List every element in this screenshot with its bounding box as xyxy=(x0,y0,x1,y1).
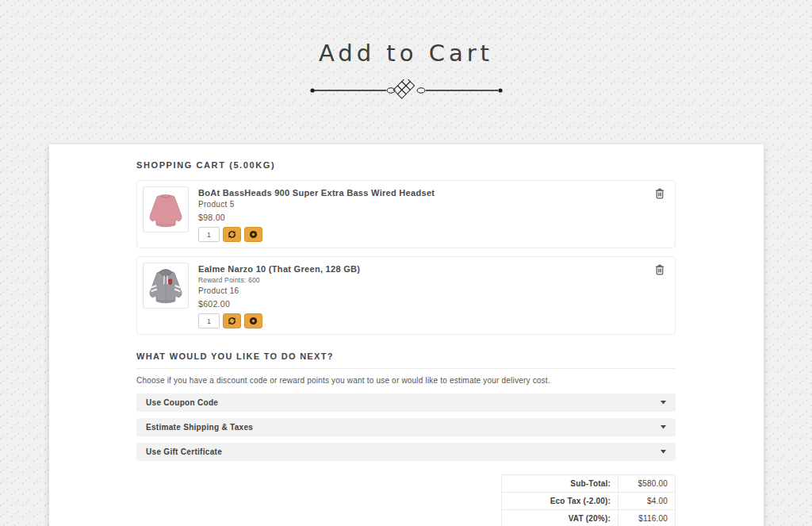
accordion-use-coupon-code[interactable]: Use Coupon Code xyxy=(136,394,676,412)
shopping-cart-heading: SHOPPING CART (5.00KG) xyxy=(136,160,676,170)
accordion-use-gift-certificate[interactable]: Use Gift Certificate xyxy=(136,443,676,461)
product-thumbnail[interactable] xyxy=(143,186,189,232)
order-totals-table: Sub-Total: $580.00 Eco Tax (-2.00): $4.0… xyxy=(501,474,676,526)
table-row: Sub-Total: $580.00 xyxy=(502,475,676,493)
product-reward-points: Reward Points: 600 xyxy=(198,276,360,284)
table-row: VAT (20%): $116.00 xyxy=(502,510,676,526)
trash-icon xyxy=(655,188,665,199)
accordion-estimate-shipping[interactable]: Estimate Shipping & Taxes xyxy=(136,418,676,436)
accordion-label: Use Gift Certificate xyxy=(146,447,222,456)
trash-icon xyxy=(655,264,665,275)
cart-item-row: Ealme Narzo 10 (That Green, 128 GB) Rewa… xyxy=(136,256,676,335)
divider-ornament-icon xyxy=(309,79,504,106)
update-quantity-button[interactable] xyxy=(223,313,241,328)
total-value: $580.00 xyxy=(619,475,676,493)
quantity-input[interactable] xyxy=(198,313,220,328)
next-section-heading: WHAT WOULD YOU LIKE TO DO NEXT? xyxy=(136,351,676,361)
accordion-label: Use Coupon Code xyxy=(146,398,218,407)
circle-remove-icon xyxy=(249,230,258,239)
chevron-down-icon xyxy=(661,425,666,429)
product-price: $98.00 xyxy=(198,213,435,222)
total-label: VAT (20%): xyxy=(502,510,619,526)
chevron-down-icon xyxy=(661,401,666,405)
product-thumbnail[interactable] xyxy=(143,263,189,309)
accordion-label: Estimate Shipping & Taxes xyxy=(146,423,253,432)
gray-hoodie-image-icon xyxy=(144,264,187,307)
remove-item-button[interactable] xyxy=(244,313,262,328)
circle-remove-icon xyxy=(249,317,258,325)
cart-panel: SHOPPING CART (5.00KG) BoAt BassHeads 90… xyxy=(49,144,764,526)
product-model: Product 5 xyxy=(198,200,435,209)
total-value: $116.00 xyxy=(619,510,676,526)
page-title: Add to Cart xyxy=(0,0,812,67)
update-quantity-button[interactable] xyxy=(223,227,241,242)
chevron-down-icon xyxy=(661,450,666,454)
product-name-link[interactable]: BoAt BassHeads 900 Super Extra Bass Wire… xyxy=(198,188,435,198)
product-model: Product 16 xyxy=(198,286,360,295)
remove-item-button[interactable] xyxy=(244,227,262,242)
delete-item-button[interactable] xyxy=(655,188,665,199)
decorative-divider xyxy=(0,79,812,108)
pink-sweater-image-icon xyxy=(144,188,187,231)
product-name-link[interactable]: Ealme Narzo 10 (That Green, 128 GB) xyxy=(198,264,360,274)
next-section-description: Choose if you have a discount code or re… xyxy=(136,376,676,385)
section-divider xyxy=(136,368,676,369)
refresh-icon xyxy=(228,230,236,239)
total-label: Sub-Total: xyxy=(502,475,619,493)
cart-item-row: BoAt BassHeads 900 Super Extra Bass Wire… xyxy=(136,180,676,248)
delete-item-button[interactable] xyxy=(655,264,665,275)
table-row: Eco Tax (-2.00): $4.00 xyxy=(502,493,676,510)
quantity-input[interactable] xyxy=(198,227,220,242)
total-label: Eco Tax (-2.00): xyxy=(502,493,619,510)
total-value: $4.00 xyxy=(619,493,676,510)
refresh-icon xyxy=(228,317,236,325)
product-price: $602.00 xyxy=(198,299,360,309)
